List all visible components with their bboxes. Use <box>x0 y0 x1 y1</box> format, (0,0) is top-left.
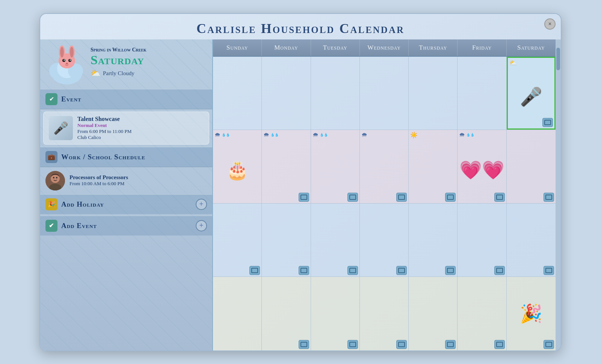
add-holiday-plus[interactable]: + <box>196 199 207 210</box>
svg-point-15 <box>69 62 73 65</box>
briefcase-w3-fri <box>494 266 505 275</box>
weather-text: Partly Cloudy <box>103 70 134 77</box>
svg-point-13 <box>66 63 68 64</box>
day-header-sunday: Sunday <box>213 39 262 56</box>
briefcase-w4-tue <box>347 340 358 349</box>
svg-point-11 <box>64 59 65 60</box>
close-button[interactable]: × <box>544 18 556 30</box>
scrollbar[interactable] <box>556 39 561 350</box>
cell-w3-wed[interactable] <box>360 204 409 277</box>
sidebar: Spring in Willow Creek Saturday ⛅ Partly… <box>40 39 213 350</box>
content-area: Spring in Willow Creek Saturday ⛅ Partly… <box>40 39 561 350</box>
scroll-handle[interactable] <box>556 48 560 70</box>
window-title: Carlisle Household Calendar <box>40 21 561 36</box>
add-holiday-title: 🎉 Add Holiday <box>45 198 104 210</box>
cell-w2-thu[interactable]: ☀️ <box>409 130 458 203</box>
cell-w1-tue[interactable] <box>311 57 360 130</box>
briefcase-w4-mon <box>299 340 309 349</box>
event-card[interactable]: 🎤 Talent Showcase Normal Event From 6:00… <box>43 112 209 145</box>
cell-w3-sat[interactable] <box>507 204 556 277</box>
cell-w3-tue[interactable] <box>311 204 360 277</box>
cell-weather-w1-sat: ⛅ <box>509 59 553 66</box>
cell-w2-mon[interactable]: 🌧 💧💧 <box>262 130 311 203</box>
svg-point-7 <box>60 47 64 57</box>
work-details: Processors of Processors From 10:00 AM t… <box>69 174 128 187</box>
cell-weather-w2-fri: 🌧 💧💧 <box>459 131 504 138</box>
cell-w1-wed[interactable] <box>360 57 409 130</box>
svg-point-14 <box>60 62 64 65</box>
event-venue: Club Calico <box>77 134 204 140</box>
day-header-monday: Monday <box>262 39 311 56</box>
calendar-week-4: 🎉 <box>213 277 556 350</box>
cell-w2-sat[interactable] <box>507 130 556 203</box>
calendar-area: Sunday Monday Tuesday Wednesday Thursday… <box>213 39 556 350</box>
event-section-icon: ✔ <box>45 93 57 105</box>
calendar-week-2: 🌧 💧💧 🎂 🌧 💧💧 🌧 <box>213 130 556 204</box>
briefcase-w2-sat <box>544 193 554 202</box>
briefcase-w2-thu <box>445 193 456 202</box>
cell-w4-sun[interactable] <box>213 277 262 350</box>
cell-event-w4-sat: 🎉 <box>508 278 554 349</box>
work-section-icon: 💼 <box>45 151 57 163</box>
briefcase-w4-sat <box>544 340 554 349</box>
event-type: Normal Event <box>77 122 204 128</box>
add-event-plus[interactable]: + <box>196 220 207 231</box>
cell-w4-thu[interactable] <box>409 277 458 350</box>
job-time: From 10:00 AM to 6:00 PM <box>69 181 128 187</box>
cell-w4-wed[interactable] <box>360 277 409 350</box>
main-window: × Carlisle Household Calendar <box>39 13 562 351</box>
cell-w4-tue[interactable] <box>311 277 360 350</box>
cell-w2-sun[interactable]: 🌧 💧💧 🎂 <box>213 130 262 203</box>
day-headers: Sunday Monday Tuesday Wednesday Thursday… <box>213 39 556 57</box>
add-holiday-icon: 🎉 <box>45 198 57 210</box>
weather-row: ⛅ Partly Cloudy <box>91 69 146 79</box>
cell-weather-w2-wed: 🌧 <box>361 131 407 138</box>
briefcase-w4-thu <box>445 340 456 349</box>
cell-w1-sun[interactable] <box>213 57 262 130</box>
cell-w4-fri[interactable] <box>458 277 506 350</box>
cell-w4-mon[interactable] <box>262 277 311 350</box>
cell-w3-fri[interactable] <box>458 204 506 277</box>
event-name: Talent Showcase <box>77 116 204 122</box>
day-header-thursday: Thursday <box>409 39 458 56</box>
briefcase-w4-fri <box>494 340 505 349</box>
cell-w1-fri[interactable] <box>458 57 506 130</box>
cell-w2-fri[interactable]: 🌧 💧💧 💗💗 <box>458 130 506 203</box>
briefcase-w3-wed <box>396 266 407 275</box>
cell-w4-sat[interactable]: 🎉 <box>507 277 556 350</box>
cell-w1-sat[interactable]: ⛅ 🎤 <box>507 57 556 130</box>
day-header-friday: Friday <box>458 39 506 56</box>
current-day: Saturday <box>91 53 146 67</box>
briefcase-w3-tue <box>347 266 358 275</box>
briefcase-w3-sat <box>544 266 554 275</box>
calendar-week-1: ⛅ 🎤 <box>213 57 556 130</box>
cell-weather-w2-thu: ☀️ <box>410 131 456 139</box>
briefcase-w4-wed <box>396 340 407 349</box>
add-holiday-row[interactable]: 🎉 Add Holiday + <box>40 194 212 214</box>
event-time: From 6:00 PM to 11:00 PM <box>77 128 204 134</box>
day-header-wednesday: Wednesday <box>360 39 409 56</box>
cell-w3-thu[interactable] <box>409 204 458 277</box>
cell-w3-mon[interactable] <box>262 204 311 277</box>
cell-event-w2-sun: 🎂 <box>214 139 260 202</box>
add-event-icon: ✔ <box>45 220 57 232</box>
svg-point-12 <box>70 59 71 60</box>
briefcase-w2-mon <box>299 193 309 202</box>
event-icon: 🎤 <box>53 121 68 135</box>
cell-w3-sun[interactable] <box>213 204 262 277</box>
briefcase-w2-tue <box>347 193 358 202</box>
mascot-area: Spring in Willow Creek Saturday ⛅ Partly… <box>40 39 212 88</box>
weather-icon: ⛅ <box>91 69 101 79</box>
mascot-bunny <box>46 44 88 85</box>
cell-w1-mon[interactable] <box>262 57 311 130</box>
info-panel: Spring in Willow Creek Saturday ⛅ Partly… <box>91 44 146 79</box>
calendar-grid: ⛅ 🎤 🌧 💧💧 🎂 <box>213 57 556 350</box>
cell-w1-thu[interactable] <box>409 57 458 130</box>
work-section-header: 💼 Work / School Schedule <box>40 147 212 167</box>
cell-w2-wed[interactable]: 🌧 <box>360 130 409 203</box>
day-header-saturday: Saturday <box>507 39 556 56</box>
add-event-row[interactable]: ✔ Add Event + <box>40 216 212 236</box>
work-card[interactable]: Processors of Processors From 10:00 AM t… <box>40 168 212 193</box>
briefcase-w2-wed <box>396 193 407 202</box>
cell-w2-tue[interactable]: 🌧 💧💧 <box>311 130 360 203</box>
